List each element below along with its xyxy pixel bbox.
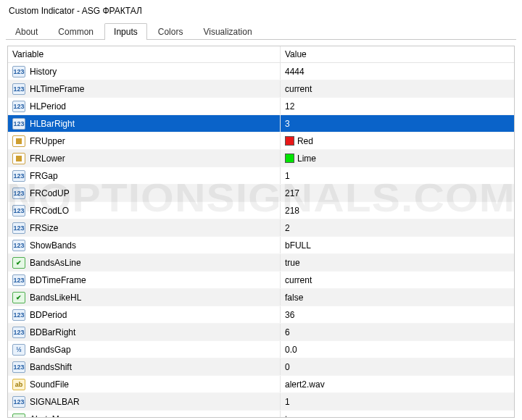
variable-value[interactable]: current — [285, 275, 312, 285]
variable-name: FRCodUP — [30, 188, 70, 198]
int-type-icon: 123 — [12, 222, 25, 234]
color-type-icon — [12, 135, 25, 147]
int-type-icon: 123 — [12, 83, 25, 95]
color-swatch-icon — [285, 154, 294, 163]
color-swatch-icon — [285, 136, 294, 146]
variable-name: HLBarRight — [30, 119, 75, 129]
int-type-icon: 123 — [12, 361, 25, 373]
variable-name: SoundFile — [30, 379, 69, 390]
variable-name: BDTimeFrame — [30, 275, 86, 285]
int-type-icon: 123 — [12, 309, 25, 321]
variable-value[interactable]: 36 — [285, 310, 294, 320]
dbl-type-icon: ½ — [12, 344, 25, 356]
bool-type-icon: ✔ — [12, 257, 25, 269]
variable-name: FRCodLO — [30, 206, 69, 216]
grid-row[interactable]: ✔BandsAsLinetrue — [8, 254, 514, 272]
window-title: Custom Indicator - ASG ФРАКТАЛ — [0, 0, 522, 20]
variable-name: ShowBands — [30, 240, 76, 251]
bool-type-icon: ✔ — [12, 292, 25, 303]
grid-row[interactable]: 123FRGap1 — [8, 167, 514, 185]
variable-value[interactable]: 3 — [285, 119, 290, 129]
variable-value[interactable]: 12 — [285, 101, 294, 112]
int-type-icon: 123 — [12, 205, 25, 217]
tab-bar: AboutCommonInputsColorsVisualization — [6, 20, 516, 40]
variable-name: AlertsMessage — [30, 414, 87, 419]
variable-name: HLPeriod — [30, 101, 66, 112]
grid-row[interactable]: ✔AlertsMessagetrue — [8, 411, 514, 419]
bool-type-icon: ✔ — [12, 413, 25, 419]
grid-row[interactable]: 123FRSize2 — [8, 219, 514, 237]
grid-row[interactable]: 123History4444 — [8, 63, 514, 80]
column-header-variable[interactable]: Variable — [8, 46, 280, 63]
tab-common[interactable]: Common — [49, 23, 103, 40]
variable-name: BandsLikeHL — [30, 293, 81, 303]
tab-viz[interactable]: Visualization — [194, 23, 261, 40]
variable-value[interactable]: false — [285, 293, 303, 303]
grid-row[interactable]: 123FRCodUP217 — [8, 185, 514, 202]
grid-row[interactable]: ½BandsGap0.0 — [8, 341, 514, 358]
variable-value[interactable]: 1 — [285, 397, 290, 407]
grid-row[interactable]: 123BDBarRight6 — [8, 324, 514, 341]
variable-value[interactable]: Lime — [297, 154, 316, 164]
variable-name: BandsShift — [30, 362, 72, 372]
int-type-icon: 123 — [12, 118, 25, 130]
variable-name: BandsGap — [30, 345, 71, 355]
int-type-icon: 123 — [12, 101, 25, 112]
variable-name: FRUpper — [30, 136, 65, 146]
variable-value[interactable]: 0.0 — [285, 345, 297, 355]
variable-name: FRSize — [30, 223, 58, 233]
inputs-grid: Variable Value 123History4444123HLTimeFr… — [8, 46, 514, 418]
variable-value[interactable]: current — [285, 84, 312, 94]
variable-value[interactable]: true — [285, 258, 300, 268]
variable-value[interactable]: 1 — [285, 171, 290, 181]
grid-row[interactable]: ✔BandsLikeHLfalse — [8, 289, 514, 306]
variable-value[interactable]: 4444 — [285, 67, 304, 77]
tab-about[interactable]: About — [6, 23, 47, 40]
grid-row[interactable]: FRLowerLime — [8, 150, 514, 167]
grid-row[interactable]: 123ShowBandsbFULL — [8, 237, 514, 254]
variable-name: History — [30, 67, 57, 77]
variable-name: HLTimeFrame — [30, 84, 84, 94]
variable-value[interactable]: Red — [297, 136, 313, 146]
variable-value[interactable]: 218 — [285, 206, 299, 216]
int-type-icon: 123 — [12, 170, 25, 182]
grid-row[interactable]: 123BDTimeFramecurrent — [8, 272, 514, 289]
grid-row[interactable]: 123HLTimeFramecurrent — [8, 80, 514, 98]
int-type-icon: 123 — [12, 274, 25, 286]
grid-row[interactable]: 123FRCodLO218 — [8, 202, 514, 219]
int-type-icon: 123 — [12, 66, 25, 77]
str-type-icon: ab — [12, 379, 25, 390]
grid-row[interactable]: 123HLBarRight3 — [8, 115, 514, 133]
grid-row[interactable]: abSoundFilealert2.wav — [8, 376, 514, 393]
variable-value[interactable]: bFULL — [285, 240, 311, 251]
inputs-grid-panel: Variable Value 123History4444123HLTimeFr… — [7, 46, 515, 418]
variable-value[interactable]: 0 — [285, 362, 290, 372]
tab-inputs[interactable]: Inputs — [104, 23, 147, 40]
variable-name: FRLower — [30, 154, 65, 164]
int-type-icon: 123 — [12, 240, 25, 251]
variable-name: BandsAsLine — [30, 258, 81, 268]
grid-row[interactable]: 123HLPeriod12 — [8, 98, 514, 115]
int-type-icon: 123 — [12, 396, 25, 408]
grid-row[interactable]: FRUpperRed — [8, 133, 514, 150]
variable-value[interactable]: 217 — [285, 188, 299, 198]
variable-name: BDPeriod — [30, 310, 67, 320]
column-header-value[interactable]: Value — [280, 46, 514, 63]
int-type-icon: 123 — [12, 327, 25, 338]
grid-row[interactable]: 123BandsShift0 — [8, 358, 514, 376]
variable-value[interactable]: 6 — [285, 327, 290, 337]
variable-value[interactable]: true — [285, 414, 300, 419]
variable-value[interactable]: 2 — [285, 223, 290, 233]
variable-value[interactable]: alert2.wav — [285, 379, 325, 390]
grid-row[interactable]: 123SIGNALBAR1 — [8, 393, 514, 411]
variable-name: FRGap — [30, 171, 58, 181]
int-type-icon: 123 — [12, 188, 25, 199]
variable-name: SIGNALBAR — [30, 397, 80, 407]
grid-row[interactable]: 123BDPeriod36 — [8, 306, 514, 324]
variable-name: BDBarRight — [30, 327, 75, 337]
color-type-icon — [12, 153, 25, 164]
tab-colors[interactable]: Colors — [149, 23, 193, 40]
